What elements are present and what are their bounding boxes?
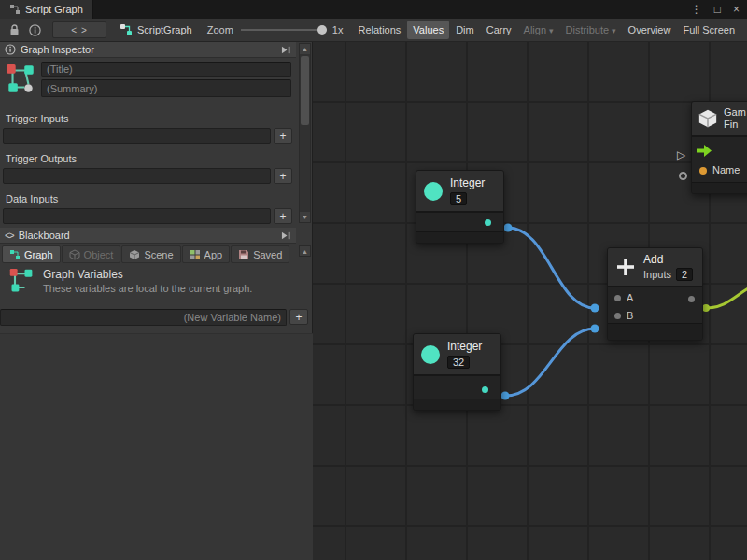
dock-arrow-icon[interactable]	[281, 231, 291, 243]
align-label: Align	[524, 24, 546, 35]
connection-wire-int1-a[interactable]	[508, 228, 595, 308]
output-port[interactable]	[688, 296, 695, 302]
value-in-port-icon[interactable]	[679, 172, 687, 180]
full-screen-button[interactable]: Full Screen	[677, 21, 740, 39]
graph-summary-input[interactable]	[41, 79, 291, 97]
inputs-label: Inputs	[643, 269, 671, 280]
wire-endpoint[interactable]	[501, 392, 510, 400]
graph-asset-reference[interactable]: ScriptGraph	[120, 23, 192, 36]
trigger-outputs-list[interactable]	[3, 168, 271, 184]
integer-node-2[interactable]: Integer 32	[413, 333, 501, 411]
partial-node[interactable]: Gam Fin Name	[691, 101, 747, 194]
app-grid-icon	[190, 249, 201, 260]
zoom-slider-track	[241, 29, 327, 31]
connection-wire-int2-b[interactable]	[505, 329, 595, 396]
add-node[interactable]: Add Inputs 2 A B	[607, 247, 703, 341]
wire-endpoint[interactable]	[504, 224, 513, 232]
cube-icon	[69, 249, 80, 260]
scroll-up-icon[interactable]: ▲	[299, 245, 311, 257]
inspector-scrollbar[interactable]: ▲ ▼	[299, 43, 311, 223]
blackboard-title: Blackboard	[19, 230, 70, 241]
tab-saved-variables[interactable]: Saved	[231, 245, 289, 263]
add-variable-button[interactable]: +	[289, 309, 308, 325]
cube-icon	[698, 108, 718, 129]
info-icon[interactable]	[29, 24, 41, 36]
node-header: Integer 5	[416, 171, 503, 211]
node-header: Gam Fin	[692, 102, 747, 135]
scroll-up-icon[interactable]: ▲	[300, 44, 310, 54]
scroll-down-icon[interactable]: ▼	[300, 212, 310, 222]
tab-graph-variables[interactable]: Graph	[2, 245, 61, 263]
output-port[interactable]	[482, 386, 488, 393]
graph-canvas[interactable]: Integer 5 Integer 32 Add	[313, 42, 747, 560]
node-body	[416, 211, 503, 231]
trigger-inputs-list[interactable]	[3, 128, 271, 144]
tab-scene-variables[interactable]: Scene	[121, 245, 180, 263]
dock-arrow-icon[interactable]	[281, 45, 291, 57]
zoom-slider-handle[interactable]	[317, 25, 327, 35]
node-title-line2: Fin	[724, 119, 746, 131]
graph-type-icon	[5, 63, 36, 96]
window-controls: ⋮ □ ×	[691, 0, 740, 19]
script-graph-tab-icon	[9, 4, 21, 15]
port-label: Name	[712, 164, 740, 175]
align-button[interactable]: Align▾	[518, 21, 559, 39]
connection-wire-add-out[interactable]	[706, 287, 747, 308]
tab-script-graph[interactable]: Script Graph	[0, 0, 93, 19]
node-body	[414, 374, 500, 399]
tab-title: Script Graph	[25, 4, 83, 15]
zoom-value: 1x	[332, 24, 344, 35]
window-maximize-icon[interactable]: □	[714, 3, 721, 16]
flow-in-port-icon[interactable]: ▷	[677, 148, 685, 161]
tab-label: Graph	[24, 249, 53, 260]
new-variable-input[interactable]	[0, 309, 287, 326]
node-footer	[416, 231, 503, 243]
values-button[interactable]: Values	[407, 21, 449, 39]
add-trigger-output-button[interactable]: +	[274, 168, 292, 184]
node-footer	[608, 323, 702, 340]
window-menu-icon[interactable]: ⋮	[691, 3, 702, 16]
add-trigger-input-button[interactable]: +	[274, 128, 292, 144]
integer-value-field[interactable]: 5	[450, 192, 467, 205]
output-port[interactable]	[485, 219, 491, 226]
integer-node-1[interactable]: Integer 5	[416, 170, 504, 244]
node-footer	[414, 399, 500, 410]
trigger-outputs-label: Trigger Outputs	[6, 153, 77, 164]
wire-endpoint[interactable]	[702, 304, 710, 312]
script-graph-icon	[120, 23, 133, 36]
graph-title-input[interactable]	[41, 62, 291, 77]
inputs-count-field[interactable]: 2	[676, 268, 693, 281]
carry-button[interactable]: Carry	[481, 21, 517, 39]
graph-asset-label: ScriptGraph	[137, 24, 192, 35]
distribute-button[interactable]: Distribute▾	[560, 21, 622, 39]
port-dot[interactable]	[614, 313, 621, 319]
code-view-button[interactable]: < >	[52, 21, 106, 38]
scrollbar-thumb[interactable]	[301, 56, 309, 125]
data-inputs-list[interactable]	[3, 208, 271, 224]
add-data-input-button[interactable]: +	[274, 208, 292, 224]
value-port-dot[interactable]	[699, 167, 707, 175]
relations-button[interactable]: Relations	[352, 21, 406, 39]
blackboard-icon: <>	[5, 231, 14, 241]
scene-cube-icon	[129, 249, 140, 260]
tab-label: Object	[84, 249, 114, 260]
window-close-icon[interactable]: ×	[733, 3, 740, 16]
zoom-slider[interactable]	[241, 19, 327, 42]
node-header: Integer 32	[414, 334, 500, 374]
integer-value-field[interactable]: 32	[447, 356, 470, 369]
node-title-line1: Gam	[724, 106, 746, 119]
overview-button[interactable]: Overview	[623, 21, 677, 39]
tab-object-variables[interactable]: Object	[62, 245, 121, 263]
blackboard-header: <> Blackboard	[0, 228, 296, 244]
tab-label: App	[204, 249, 223, 260]
graph-inspector-header: Graph Inspector	[0, 42, 296, 58]
input-port-b[interactable]: B	[614, 310, 633, 321]
input-port-a[interactable]: A	[614, 292, 633, 303]
dim-button[interactable]: Dim	[450, 21, 480, 39]
wire-endpoint[interactable]	[591, 304, 599, 313]
wire-endpoint[interactable]	[591, 325, 599, 333]
tab-app-variables[interactable]: App	[182, 245, 231, 263]
lock-icon[interactable]	[9, 24, 20, 36]
flow-out-arrow-icon[interactable]	[697, 145, 712, 157]
port-dot[interactable]	[614, 295, 621, 301]
